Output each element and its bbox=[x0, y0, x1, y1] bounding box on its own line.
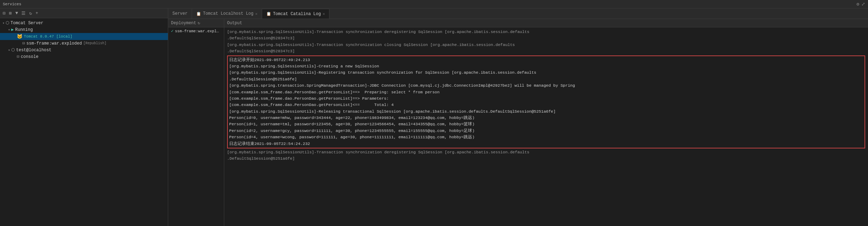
expand-all-button[interactable]: ⊞ bbox=[8, 10, 13, 17]
tree-item-ssm-frame[interactable]: ⊟ ssm-frame:war.exploded [Republish] bbox=[0, 40, 168, 47]
tree-arrow-test: ▾ bbox=[7, 48, 11, 52]
close-catalina-log-button[interactable]: ✕ bbox=[323, 12, 325, 16]
log-releasing: [org.mybatis.spring.SqlSessionUtils]-Rel… bbox=[229, 108, 863, 115]
log-parameters: [com.example.ssm_frame.dao.PersonDao.get… bbox=[229, 95, 863, 102]
tree-item-tomcat-server[interactable]: ▾ ⬡ Tomcat Server bbox=[0, 20, 168, 26]
sidebar: ⊟ ⊞ ▼ ☰ ↻ + ▾ ⬡ Tomcat Server ▾ ▶ Runnin… bbox=[0, 8, 168, 226]
add-service-button[interactable]: + bbox=[34, 10, 40, 16]
tab-tomcat-localhost-log[interactable]: 📋 Tomcat Localhost Log ✕ bbox=[192, 9, 262, 19]
log-line-pre-3: [org.mybatis.spring.SqlSessionUtils]-Tra… bbox=[227, 42, 865, 48]
group-button[interactable]: ☰ bbox=[20, 10, 27, 17]
log-line-pre-1: [org.mybatis.spring.SqlSessionUtils]-Tra… bbox=[227, 29, 865, 35]
deployment-list: ✓ ssm-frame:war.expl… bbox=[168, 27, 224, 226]
tree-arrow-tomcat-server: ▾ bbox=[1, 21, 6, 25]
close-localhost-log-button[interactable]: ✕ bbox=[255, 12, 258, 16]
tab-server-label: Server bbox=[172, 11, 187, 16]
deploy-item-ssm[interactable]: ✓ ssm-frame:war.expl… bbox=[168, 27, 224, 35]
log-total: [com.example.ssm_frame.dao.PersonDao.get… bbox=[229, 102, 863, 108]
top-bar-icons: ⚙ ⤢ bbox=[856, 1, 865, 7]
log-line-pre-4: .DefaultSqlSession@528347c3] bbox=[227, 48, 865, 54]
tab-localhost-log-label: Tomcat Localhost Log bbox=[203, 11, 253, 16]
tomcat-server-label: Tomcat Server bbox=[11, 21, 43, 26]
tree-arrow-running: ▾ bbox=[7, 28, 11, 32]
log-output[interactable]: [org.mybatis.spring.SqlSessionUtils]-Tra… bbox=[224, 27, 868, 226]
collapse-all-button[interactable]: ⊟ bbox=[1, 10, 7, 17]
right-panel: Server 📋 Tomcat Localhost Log ✕ 📋 Tomcat… bbox=[168, 8, 868, 226]
log-preparing: [com.example.ssm_frame.dao.PersonDao.get… bbox=[229, 89, 863, 95]
refresh-deployment-button[interactable]: ↻ bbox=[198, 20, 200, 26]
log-line-post-2: .DefaultSqlSession@5251a6fe] bbox=[227, 155, 865, 162]
log-registering-sync: [org.mybatis.spring.SqlSessionUtils]-Reg… bbox=[229, 69, 863, 76]
log-person-0: Person(id=0, username=mhw, password=3434… bbox=[229, 115, 863, 121]
log-start-timestamp: 日志记录开始2021-09-05T22:49:24.213 bbox=[229, 57, 863, 63]
refresh-button[interactable]: ↻ bbox=[28, 10, 33, 17]
deploy-item-label: ssm-frame:war.expl… bbox=[175, 29, 219, 33]
republish-label: [Republish] bbox=[83, 41, 107, 45]
log-highlighted-block: 日志记录开始2021-09-05T22:49:24.213 [org.mybat… bbox=[227, 55, 865, 148]
log-jdbc-connection: [org.mybatis.spring.transaction.SpringMa… bbox=[229, 82, 863, 89]
tomcat-local-label: Tomcat 8.0.47 [local] bbox=[24, 34, 73, 39]
tabs-row: Server 📋 Tomcat Localhost Log ✕ 📋 Tomcat… bbox=[168, 8, 868, 19]
external-link-icon[interactable]: ⤢ bbox=[861, 1, 865, 7]
content-row: ✓ ssm-frame:war.expl… [org.mybatis.sprin… bbox=[168, 27, 868, 226]
deployment-header: Deployment ↻ bbox=[168, 19, 224, 27]
output-header: Output bbox=[224, 19, 245, 27]
console-icon: ⊟ bbox=[17, 54, 19, 59]
tab-server[interactable]: Server bbox=[168, 9, 192, 19]
filter-button[interactable]: ▼ bbox=[14, 10, 20, 16]
console-label: console bbox=[21, 54, 38, 59]
deploy-output-header-row: Deployment ↻ Output bbox=[168, 19, 868, 27]
tree-item-tomcat-local[interactable]: 🐱 Tomcat 8.0.47 [local] bbox=[0, 33, 168, 40]
test-localhost-label: test@localhost bbox=[16, 48, 52, 53]
log-end-timestamp: 日志记录结束2021-09-05T22:54:24.232 bbox=[229, 141, 863, 147]
running-label: Running bbox=[15, 27, 33, 32]
sidebar-tree: ▾ ⬡ Tomcat Server ▾ ▶ Running 🐱 Tomcat 8… bbox=[0, 18, 168, 226]
tab-tomcat-catalina-log[interactable]: 📋 Tomcat Catalina Log ✕ bbox=[262, 9, 329, 19]
check-icon: ✓ bbox=[171, 28, 173, 34]
log-icon-2: 📋 bbox=[266, 12, 271, 16]
log-person-2: Person(id=2, username=gcy, password=1111… bbox=[229, 128, 863, 134]
log-registering-sync-2: .DefaultSqlSession@5251a6fe] bbox=[229, 76, 863, 82]
tomcat-icon: 🐱 bbox=[17, 34, 22, 39]
deployment-label: Deployment bbox=[171, 21, 196, 26]
log-icon-1: 📋 bbox=[196, 12, 201, 16]
panel-title: Services bbox=[3, 2, 21, 6]
war-icon: ⊟ bbox=[22, 41, 25, 46]
main-layout: ⊟ ⊞ ▼ ☰ ↻ + ▾ ⬡ Tomcat Server ▾ ▶ Runnin… bbox=[0, 8, 868, 226]
host-icon: ⬡ bbox=[11, 47, 15, 53]
log-line-pre-2: .DefaultSqlSession@528347c3] bbox=[227, 35, 865, 41]
output-label: Output bbox=[227, 21, 242, 26]
top-bar: Services ⚙ ⤢ bbox=[0, 0, 868, 8]
tree-item-test-localhost[interactable]: ▾ ⬡ test@localhost bbox=[0, 47, 168, 53]
ssm-frame-label: ssm-frame:war.exploded bbox=[26, 41, 82, 46]
run-icon: ▶ bbox=[11, 27, 14, 32]
server-icon: ⬡ bbox=[6, 20, 9, 26]
log-line-post-1: [org.mybatis.spring.SqlSessionUtils]-Tra… bbox=[227, 149, 865, 155]
log-creating-session: [org.mybatis.spring.SqlSessionUtils]-Cre… bbox=[229, 63, 863, 69]
log-person-1: Person(id=1, username=tml, password=1234… bbox=[229, 121, 863, 127]
sidebar-toolbar: ⊟ ⊞ ▼ ☰ ↻ + bbox=[0, 8, 168, 18]
tree-item-console[interactable]: ⊟ console bbox=[0, 53, 168, 60]
log-person-4: Person(id=4, username=wcong, password=11… bbox=[229, 134, 863, 140]
tab-catalina-log-label: Tomcat Catalina Log bbox=[273, 12, 321, 16]
tree-item-running[interactable]: ▾ ▶ Running bbox=[0, 26, 168, 33]
gear-icon[interactable]: ⚙ bbox=[856, 1, 859, 7]
